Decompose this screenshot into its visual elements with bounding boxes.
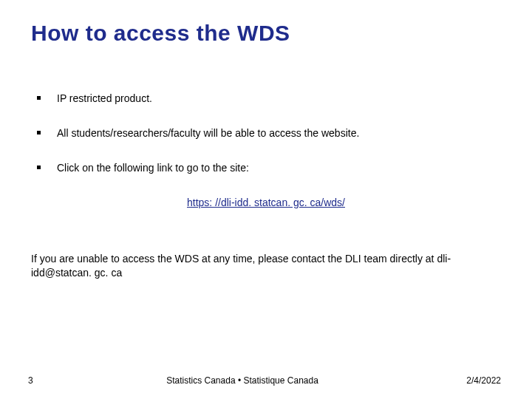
square-bullet-icon (37, 96, 41, 100)
footer: 3 Statistics Canada • Statistique Canada… (0, 375, 532, 386)
bullet-list: IP restricted product. All students/rese… (37, 92, 501, 175)
link-container: https: //dli-idd. statcan. gc. ca/wds/ (31, 196, 501, 209)
wds-link[interactable]: https: //dli-idd. statcan. gc. ca/wds/ (187, 197, 345, 208)
slide: How to access the WDS IP restricted prod… (0, 0, 532, 399)
page-number: 3 (28, 375, 72, 386)
footer-date: 2/4/2022 (412, 375, 501, 386)
footer-center: Statistics Canada • Statistique Canada (72, 375, 412, 386)
bullet-text: Click on the following link to go to the… (57, 161, 249, 175)
list-item: Click on the following link to go to the… (37, 161, 501, 175)
bullet-text: IP restricted product. (57, 92, 152, 106)
page-title: How to access the WDS (31, 21, 501, 46)
contact-paragraph: If you are unable to access the WDS at a… (31, 252, 474, 281)
bullet-text: All students/researchers/faculty will be… (57, 126, 359, 140)
square-bullet-icon (37, 131, 41, 134)
list-item: IP restricted product. (37, 92, 501, 106)
square-bullet-icon (37, 166, 41, 169)
list-item: All students/researchers/faculty will be… (37, 126, 501, 140)
